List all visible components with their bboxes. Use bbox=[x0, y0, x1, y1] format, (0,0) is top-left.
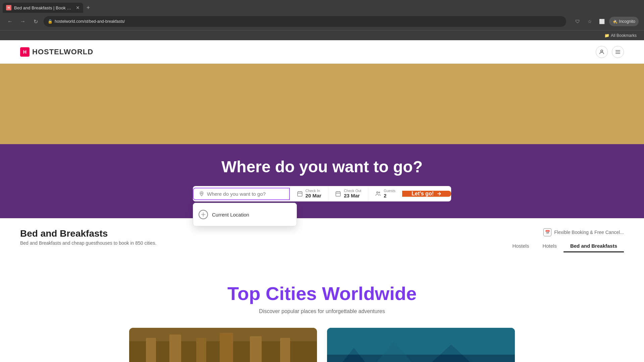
tab-bar: H Bed and Breakfasts | Book Che... ✕ + bbox=[0, 0, 644, 13]
svg-rect-15 bbox=[402, 77, 416, 144]
incognito-label: Incognito bbox=[619, 19, 635, 24]
search-section: Where do you want to go? Check In 20 Mar bbox=[0, 144, 644, 218]
svg-rect-11 bbox=[235, 74, 252, 144]
svg-rect-12 bbox=[275, 74, 292, 144]
search-bar: Check In 20 Mar Check Out 23 Mar bbox=[193, 186, 451, 201]
search-container: Check In 20 Mar Check Out 23 Mar bbox=[193, 186, 451, 201]
svg-rect-13 bbox=[315, 74, 332, 144]
guests-icon bbox=[375, 191, 381, 197]
search-input[interactable] bbox=[207, 191, 284, 197]
svg-rect-4 bbox=[0, 64, 644, 144]
svg-rect-9 bbox=[148, 77, 161, 144]
checkin-label: Check In bbox=[306, 189, 322, 193]
calendar-checkout-icon bbox=[335, 191, 341, 197]
svg-point-0 bbox=[601, 50, 603, 52]
svg-rect-17 bbox=[483, 77, 496, 144]
refresh-button[interactable]: ↻ bbox=[31, 17, 40, 26]
property-type-tabs: Hostels Hotels Bed and Breakfasts bbox=[505, 240, 624, 252]
content-section: Bed and Breakfasts Bed and Breakfasts an… bbox=[0, 218, 644, 262]
svg-point-36 bbox=[377, 192, 378, 193]
location-input-wrap[interactable] bbox=[193, 188, 290, 200]
go-button-label: Let's go! bbox=[412, 191, 434, 197]
guests-field[interactable]: Guests 2 bbox=[368, 186, 402, 201]
browser-chrome: H Bed and Breakfasts | Book Che... ✕ + ←… bbox=[0, 0, 644, 30]
logo[interactable]: H HOSTELWORLD bbox=[20, 47, 93, 57]
svg-point-37 bbox=[379, 192, 380, 193]
search-heading: Where do you want to go? bbox=[20, 158, 624, 176]
top-cities-section: Top Cities Worldwide Discover popular pl… bbox=[0, 262, 644, 362]
forward-button[interactable]: → bbox=[18, 17, 28, 26]
guests-label: Guests bbox=[384, 189, 395, 193]
toolbar-right: 🛡 ☆ ⬜ 🕵 Incognito bbox=[573, 17, 639, 26]
browser-toolbar: ← → ↻ 🔒 hostelworld.com/st/bed-and-break… bbox=[0, 13, 644, 30]
tab-close-button[interactable]: ✕ bbox=[76, 5, 80, 10]
checkout-values: Check Out 23 Mar bbox=[344, 189, 361, 199]
logo-text: HOSTELWORLD bbox=[32, 48, 93, 56]
bookmarks-label: All Bookmarks bbox=[611, 33, 637, 38]
booking-feature-text: Flexible Booking & Free Cancel... bbox=[554, 230, 624, 235]
svg-point-22 bbox=[362, 84, 382, 111]
svg-point-27 bbox=[201, 193, 202, 194]
svg-rect-6 bbox=[0, 84, 644, 144]
star-icon[interactable]: ☆ bbox=[585, 17, 594, 26]
page-title-area: Bed and Breakfasts Bed and Breakfasts an… bbox=[20, 228, 156, 246]
tab-title: Bed and Breakfasts | Book Che... bbox=[14, 5, 73, 10]
svg-rect-10 bbox=[188, 77, 201, 144]
svg-rect-18 bbox=[523, 77, 537, 144]
extensions-icon[interactable]: ⬜ bbox=[597, 17, 606, 26]
active-tab[interactable]: H Bed and Breakfasts | Book Che... ✕ bbox=[3, 3, 83, 13]
tab-hotels[interactable]: Hotels bbox=[536, 240, 564, 252]
checkin-field[interactable]: Check In 20 Mar bbox=[290, 186, 328, 201]
svg-rect-7 bbox=[67, 77, 80, 144]
tab-favicon: H bbox=[6, 5, 11, 10]
top-cities-subtitle: Discover popular places for unforgettabl… bbox=[20, 308, 624, 314]
svg-rect-59 bbox=[327, 328, 515, 362]
search-dropdown: Current Location bbox=[193, 203, 297, 226]
site-header: H HOSTELWORLD bbox=[0, 40, 644, 64]
page-title: Bed and Breakfasts bbox=[20, 228, 156, 239]
incognito-button[interactable]: 🕵 Incognito bbox=[609, 17, 639, 26]
city-card-rome[interactable]: Rome Bed and Breakfasts bbox=[129, 328, 317, 362]
tab-bed-and-breakfasts[interactable]: Bed and Breakfasts bbox=[564, 240, 624, 252]
page-title-text: Bed and Breakfasts bbox=[20, 228, 108, 239]
checkout-field[interactable]: Check Out 23 Mar bbox=[328, 186, 368, 201]
user-account-button[interactable] bbox=[596, 46, 608, 58]
shield-icon[interactable]: 🛡 bbox=[573, 17, 582, 26]
guests-values: Guests 2 bbox=[384, 189, 395, 199]
svg-rect-8 bbox=[107, 77, 121, 144]
arrow-right-icon bbox=[436, 191, 442, 196]
location-pin-icon bbox=[199, 191, 204, 196]
rome-card-image bbox=[129, 328, 317, 362]
svg-rect-14 bbox=[356, 74, 372, 144]
flexible-booking-icon: 📅 bbox=[543, 228, 551, 236]
checkin-values: Check In 20 Mar bbox=[306, 189, 322, 199]
checkout-label: Check Out bbox=[344, 189, 361, 193]
checkout-value: 23 Mar bbox=[344, 193, 360, 198]
svg-point-23 bbox=[278, 80, 292, 101]
top-cities-title-start: Top Cities bbox=[227, 283, 322, 304]
url-text: hostelworld.com/st/bed-and-breakfasts/ bbox=[55, 19, 125, 24]
guests-value: 2 bbox=[384, 193, 386, 198]
header-right bbox=[596, 46, 624, 58]
right-controls: 📅 Flexible Booking & Free Cancel... Host… bbox=[505, 228, 624, 252]
tab-hostels[interactable]: Hostels bbox=[505, 240, 536, 252]
hero-background bbox=[0, 64, 644, 144]
svg-rect-26 bbox=[0, 64, 644, 144]
lets-go-button[interactable]: Let's go! bbox=[402, 191, 451, 197]
calendar-icon bbox=[297, 191, 303, 197]
svg-rect-16 bbox=[443, 77, 456, 144]
svg-rect-32 bbox=[336, 192, 340, 196]
new-tab-button[interactable]: + bbox=[83, 3, 93, 13]
current-location-label: Current Location bbox=[212, 212, 249, 218]
address-bar[interactable]: 🔒 hostelworld.com/st/bed-and-breakfasts/ bbox=[44, 16, 566, 27]
svg-point-20 bbox=[282, 84, 302, 111]
svg-rect-28 bbox=[298, 192, 302, 196]
current-location-option[interactable]: Current Location bbox=[193, 206, 297, 223]
back-button[interactable]: ← bbox=[5, 17, 15, 26]
top-cities-title: Top Cities Worldwide bbox=[20, 283, 624, 304]
menu-button[interactable] bbox=[612, 46, 624, 58]
puerto-card-image bbox=[327, 328, 515, 362]
all-bookmarks-button[interactable]: 📁 All Bookmarks bbox=[602, 33, 639, 39]
svg-rect-52 bbox=[129, 328, 317, 362]
city-card-puerto[interactable]: Puerto Natales Bed and... bbox=[327, 328, 515, 362]
